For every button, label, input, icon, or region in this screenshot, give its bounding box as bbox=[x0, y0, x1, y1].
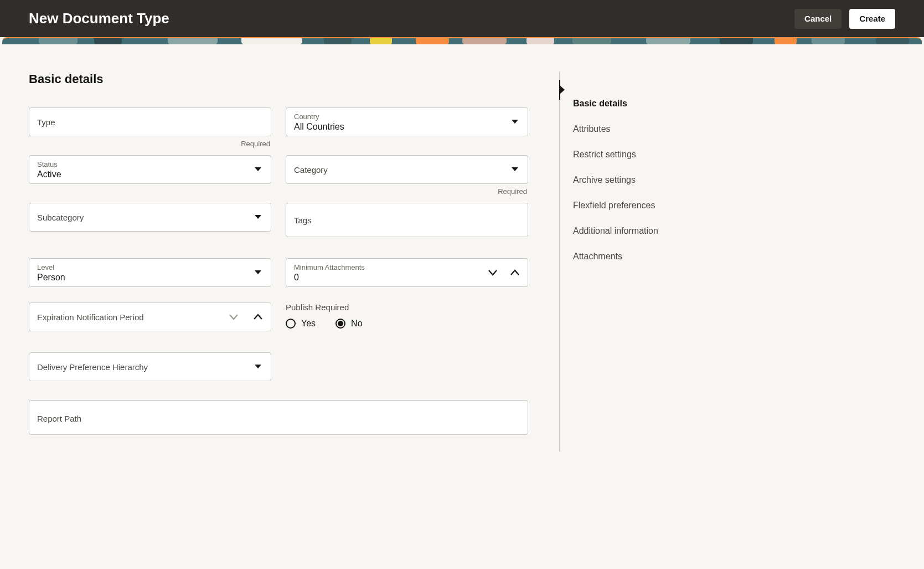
page-title: New Document Type bbox=[29, 10, 169, 27]
category-select[interactable]: Category bbox=[286, 155, 528, 184]
subcategory-select[interactable]: Subcategory bbox=[29, 203, 271, 232]
active-indicator-icon bbox=[559, 80, 560, 100]
level-select[interactable]: Level Person bbox=[29, 258, 271, 287]
country-label: Country bbox=[294, 112, 520, 121]
type-label: Type bbox=[37, 117, 263, 127]
level-value: Person bbox=[37, 273, 263, 283]
sidenav-item-attributes[interactable]: Attributes bbox=[560, 116, 758, 142]
sidenav-item-archive-settings[interactable]: Archive settings bbox=[560, 167, 758, 193]
caret-down-icon bbox=[511, 119, 519, 125]
sidenav-item-basic-details[interactable]: Basic details bbox=[560, 91, 758, 116]
expiration-notification-period-stepper[interactable]: Expiration Notification Period bbox=[29, 303, 271, 331]
delivery-preference-hierarchy-label: Delivery Preference Hierarchy bbox=[37, 362, 263, 372]
status-value: Active bbox=[37, 170, 263, 180]
subcategory-label: Subcategory bbox=[37, 213, 263, 222]
caret-down-icon bbox=[254, 270, 262, 275]
status-label: Status bbox=[37, 160, 263, 168]
stepper-increment-icon[interactable] bbox=[508, 267, 522, 278]
publish-required-label: Publish Required bbox=[286, 303, 528, 312]
sidenav-item-restrict-settings[interactable]: Restrict settings bbox=[560, 142, 758, 167]
minimum-attachments-stepper[interactable]: Minimum Attachments 0 bbox=[286, 258, 528, 287]
sidenav-item-flexfield-preferences[interactable]: Flexfield preferences bbox=[560, 193, 758, 218]
section-nav: Basic details Attributes Restrict settin… bbox=[559, 72, 758, 452]
sidenav-item-additional-information[interactable]: Additional information bbox=[560, 218, 758, 244]
publish-required-radio-group: Yes No bbox=[286, 319, 528, 329]
radio-label-yes: Yes bbox=[301, 319, 316, 329]
radio-label-no: No bbox=[351, 319, 362, 329]
report-path-field[interactable]: Report Path bbox=[29, 400, 528, 435]
radio-icon bbox=[286, 319, 296, 329]
tags-label: Tags bbox=[294, 216, 520, 225]
page-header: New Document Type Cancel Create bbox=[0, 0, 924, 37]
caret-down-icon bbox=[254, 214, 262, 220]
stepper-decrement-icon[interactable] bbox=[486, 267, 500, 278]
tags-field[interactable]: Tags bbox=[286, 203, 528, 237]
stepper-decrement-icon[interactable] bbox=[226, 311, 241, 322]
create-button[interactable]: Create bbox=[849, 9, 895, 29]
header-actions: Cancel Create bbox=[794, 9, 895, 29]
radio-icon bbox=[335, 319, 345, 329]
caret-down-icon bbox=[254, 167, 262, 172]
report-path-label: Report Path bbox=[37, 414, 81, 423]
stepper-increment-icon[interactable] bbox=[251, 311, 265, 322]
section-title: Basic details bbox=[29, 72, 530, 86]
level-label: Level bbox=[37, 263, 263, 271]
caret-down-icon bbox=[511, 167, 519, 172]
sidenav-item-attachments[interactable]: Attachments bbox=[560, 244, 758, 269]
decorative-banner bbox=[2, 37, 922, 44]
country-select[interactable]: Country All Countries bbox=[286, 107, 528, 136]
country-value: All Countries bbox=[294, 122, 520, 132]
cancel-button[interactable]: Cancel bbox=[794, 9, 842, 29]
category-label: Category bbox=[294, 165, 520, 175]
category-required-hint: Required bbox=[286, 187, 528, 197]
delivery-preference-hierarchy-select[interactable]: Delivery Preference Hierarchy bbox=[29, 352, 271, 381]
publish-required-no-radio[interactable]: No bbox=[335, 319, 362, 329]
type-field[interactable]: Type bbox=[29, 107, 271, 136]
caret-down-icon bbox=[254, 364, 262, 370]
status-select[interactable]: Status Active bbox=[29, 155, 271, 184]
type-required-hint: Required bbox=[29, 140, 271, 150]
publish-required-yes-radio[interactable]: Yes bbox=[286, 319, 316, 329]
